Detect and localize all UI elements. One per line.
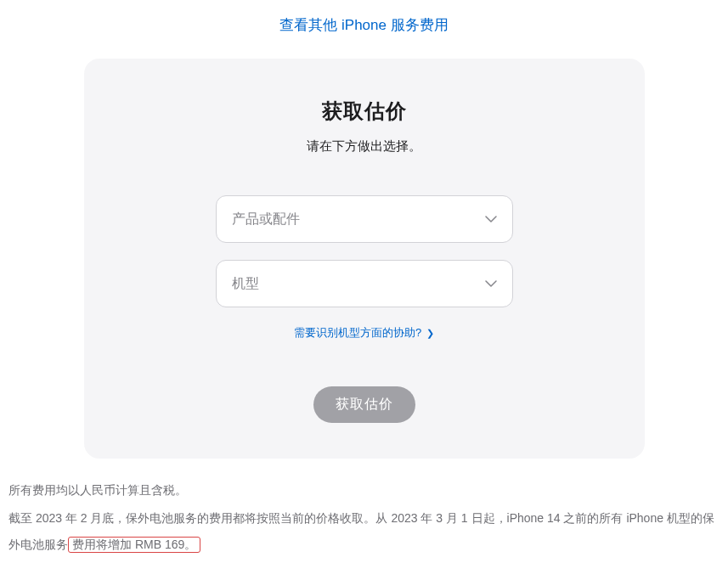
select-group: 产品或配件 机型 [118,195,611,307]
footer-line-2: 截至 2023 年 2 月底，保外电池服务的费用都将按照当前的价格收取。从 20… [8,505,720,558]
help-identify-model-link[interactable]: 需要识别机型方面的协助? ❯ [294,326,434,339]
card-title: 获取估价 [118,98,611,125]
get-estimate-button[interactable]: 获取估价 [313,386,415,423]
help-link-wrap: 需要识别机型方面的协助? ❯ [118,324,611,341]
product-select[interactable]: 产品或配件 [216,195,513,243]
other-services-link[interactable]: 查看其他 iPhone 服务费用 [279,17,448,33]
model-select[interactable]: 机型 [216,260,513,307]
other-services-link-wrap: 查看其他 iPhone 服务费用 [0,0,728,59]
estimate-card: 获取估价 请在下方做出选择。 产品或配件 机型 需要识别机型方面的协助? ❯ 获… [84,59,645,459]
chevron-right-icon: ❯ [426,328,434,338]
button-wrap: 获取估价 [118,386,611,423]
product-select-placeholder: 产品或配件 [232,211,300,228]
chevron-down-icon [485,280,497,287]
footer-line-1: 所有费用均以人民币计算且含税。 [8,477,720,504]
price-increase-highlight: 费用将增加 RMB 169。 [68,537,200,553]
model-select-placeholder: 机型 [232,275,259,293]
chevron-down-icon [485,216,497,222]
card-subtitle: 请在下方做出选择。 [118,138,611,155]
footer-notes: 所有费用均以人民币计算且含税。 截至 2023 年 2 月底，保外电池服务的费用… [0,459,728,557]
help-link-text: 需要识别机型方面的协助? [294,326,421,339]
